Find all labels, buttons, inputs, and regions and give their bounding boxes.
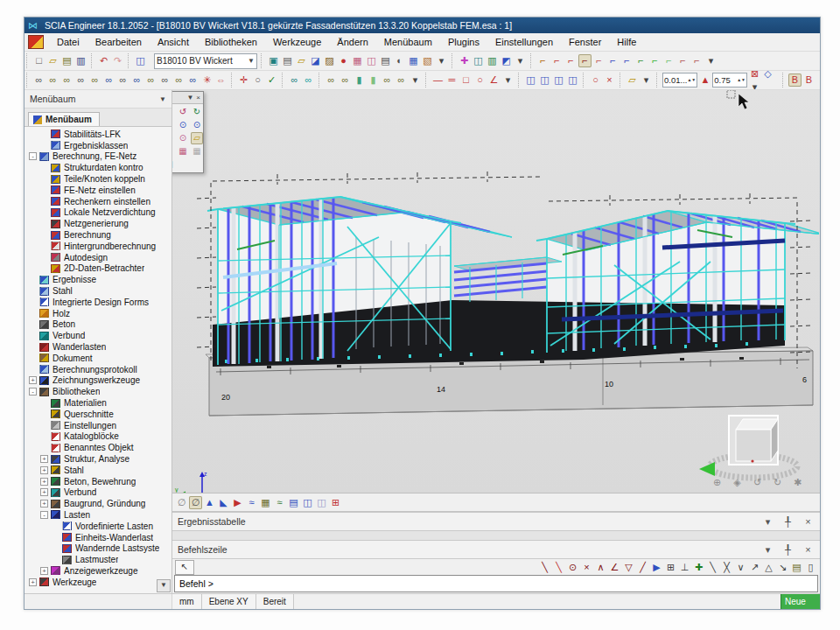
tree-item-vordefinierte-lasten[interactable]: Vordefinierte Lasten [24, 521, 172, 532]
plane-cell[interactable]: Ebene XY [202, 594, 256, 609]
select-icon[interactable]: ∞ [32, 74, 46, 87]
collapse-icon[interactable]: ▾ [761, 543, 774, 556]
workplane-icon[interactable]: ○ [589, 74, 602, 87]
line-tool-icon[interactable]: ╲ [706, 561, 719, 574]
triangle-tool-icon[interactable]: △ [762, 561, 775, 574]
activity-filter-icon[interactable]: ⌐ [620, 54, 634, 67]
tree-item-strukturdaten-kontro[interactable]: Strukturdaten kontro [24, 162, 172, 173]
more-icon[interactable]: ▾ [435, 54, 448, 67]
tree-item-stahl[interactable]: Stahl [24, 285, 172, 297]
view-copy-icon[interactable]: ◫ [552, 74, 565, 87]
search-results-icon[interactable]: ∞ [395, 74, 408, 87]
menu-plugins[interactable]: Plugins [440, 35, 487, 49]
command-line-panel-header[interactable]: Befehlszeile ▾╀× [172, 540, 820, 559]
close-icon[interactable]: × [196, 94, 200, 102]
bar-tool-icon[interactable]: ▯ [804, 561, 817, 574]
result-tool-icon[interactable]: B [788, 74, 802, 87]
collapse-expander-icon[interactable]: - [40, 511, 48, 519]
window-edit-icon[interactable]: ◩ [500, 54, 513, 67]
search-nodes-icon[interactable]: ∞ [339, 74, 352, 87]
pin-icon[interactable]: ╀ [781, 515, 794, 528]
scale-spinner-2[interactable]: 0.75 ▲▼ [712, 73, 747, 88]
command-input[interactable]: Befehl > [174, 575, 818, 592]
more-icon[interactable]: ▾ [514, 54, 527, 67]
coordinates-icon[interactable]: ◪ [309, 54, 322, 67]
default-setup-icon[interactable]: ✚ [458, 54, 471, 67]
chevron-down-icon[interactable]: ▼ [248, 57, 255, 65]
print-preview-icon[interactable]: ◐ [393, 54, 406, 67]
new-project-button[interactable]: Neue [780, 594, 820, 609]
nav-rotate-right-icon[interactable]: ↻ [771, 476, 784, 489]
tree-item-beton[interactable]: Beton [24, 319, 172, 331]
activity-filter-icon[interactable]: ⌐ [564, 54, 578, 67]
window-view-dim-icon[interactable]: ◫ [315, 496, 328, 509]
render-window-icon[interactable]: ▦ [177, 145, 189, 158]
menu-men-baum[interactable]: Menübaum [376, 35, 440, 49]
activity-filter-icon[interactable]: ⌐ [676, 54, 690, 67]
view-palette[interactable]: Ansi... ▼ × ↺↻↺↻✚↟⊙⊙⊖⊕⊙▱☼▦▦▣◩ [172, 91, 204, 173]
chevron-down-icon[interactable]: ▼ [186, 94, 193, 102]
tree-item-zeichnungswerkzeuge[interactable]: +Zeichnungswerkzeuge [24, 375, 172, 387]
snap-angle-icon[interactable]: ▲ [698, 74, 711, 87]
clip-off-icon[interactable]: ∅ [175, 496, 188, 509]
grid-snap-icon[interactable]: ⊞ [664, 561, 677, 574]
tree-item-wanderlasten[interactable]: Wanderlasten [24, 341, 172, 353]
search-members-icon[interactable]: ∞ [325, 74, 338, 87]
tree-item-wandernde-lastsyste[interactable]: Wandernde Lastsyste [24, 542, 172, 554]
app-menu-icon[interactable] [28, 35, 44, 49]
menu--ndern[interactable]: Ändern [329, 35, 375, 49]
walk-view-icon[interactable]: ↟ [172, 119, 175, 131]
collapse-expander-icon[interactable]: - [29, 388, 37, 396]
split-window-icon[interactable]: ◫ [134, 54, 147, 67]
tree-item-verbund[interactable]: Verbund [24, 330, 172, 341]
pin-icon[interactable]: ╀ [781, 543, 794, 556]
tree-item-netzgenerierung[interactable]: Netzgenerierung [24, 218, 172, 229]
menu-datei[interactable]: Datei [49, 35, 88, 49]
tree-item-stahl[interactable]: +Stahl [24, 465, 172, 476]
grid-view-icon[interactable]: ⊞ [329, 496, 342, 509]
select-line-icon[interactable]: ∞ [144, 74, 158, 87]
tree-item-bibliotheken[interactable]: -Bibliotheken [24, 386, 172, 397]
activity-filter-icon[interactable]: ⌐ [592, 54, 606, 67]
nav-cube-icon[interactable]: ◈ [731, 476, 744, 489]
copy-attributes-icon[interactable]: ▣ [267, 54, 280, 67]
activity-filter-icon[interactable]: ⌐ [606, 54, 620, 67]
view-settings-icon[interactable]: ◩ [172, 158, 175, 171]
expand-expander-icon[interactable]: + [40, 466, 48, 474]
select-special-icon[interactable]: ⇔ [214, 74, 228, 87]
zoom-all-icon[interactable]: ▱ [191, 132, 203, 144]
snap-endpoint-icon[interactable]: ∧ [594, 561, 607, 574]
more-icon[interactable]: ▾ [501, 74, 514, 87]
activity-filter-icon[interactable]: ⌐ [536, 54, 550, 67]
chain-all-icon[interactable]: ∞ [302, 74, 315, 87]
tree-item-holz[interactable]: Holz [24, 308, 172, 319]
tree-item-werkzeuge[interactable]: +Werkzeuge [24, 577, 172, 588]
cross-tool-icon[interactable]: ╳ [720, 561, 733, 574]
tree-item-materialien[interactable]: Materialien [24, 397, 172, 409]
rotate-view-icon[interactable]: ↻ [191, 106, 203, 118]
flag-view-icon[interactable]: ▶ [231, 496, 244, 509]
tree-item-lasten[interactable]: -Lasten [24, 509, 172, 521]
more-icon[interactable]: ▾ [748, 80, 761, 91]
snap-midpoint-icon[interactable]: ╲ [552, 561, 565, 574]
gallery-print-icon[interactable]: ◫ [365, 54, 378, 67]
print-icon[interactable]: ▤ [379, 54, 392, 67]
tree-item-teile-knoten-koppeln[interactable]: Teile/Knoten koppeln [24, 173, 172, 185]
expand-expander-icon[interactable]: + [40, 478, 48, 486]
tree-item-2d-daten-betrachter[interactable]: 2D-Daten-Betrachter [24, 263, 172, 275]
collapse-icon[interactable]: ▾ [761, 515, 774, 528]
tree-item-querschnitte[interactable]: Querschnitte [24, 409, 172, 420]
activity-filter-icon[interactable]: ⌐ [550, 54, 564, 67]
snap-triangle-icon[interactable]: ▽ [622, 561, 635, 574]
sidebar-header[interactable]: Menübaum ▼ [24, 90, 172, 108]
new-project-icon[interactable]: □ [32, 54, 46, 67]
more-icon[interactable]: ▾ [640, 74, 653, 87]
cursor-snap-icon[interactable]: ▶ [650, 561, 663, 574]
bar-filter-light-icon[interactable]: ▮ [367, 74, 380, 87]
menu-einstellungen[interactable]: Einstellungen [487, 35, 561, 49]
draw-line-icon[interactable]: — [431, 74, 444, 87]
tree-item-ergebnisklassen[interactable]: Ergebnisklassen [24, 140, 172, 151]
expand-expander-icon[interactable]: + [40, 455, 48, 463]
zoom-selection-icon[interactable]: ⊙ [177, 132, 189, 144]
tree-item-berechnung-fe-netz[interactable]: -Berechnung, FE-Netz [24, 151, 172, 163]
